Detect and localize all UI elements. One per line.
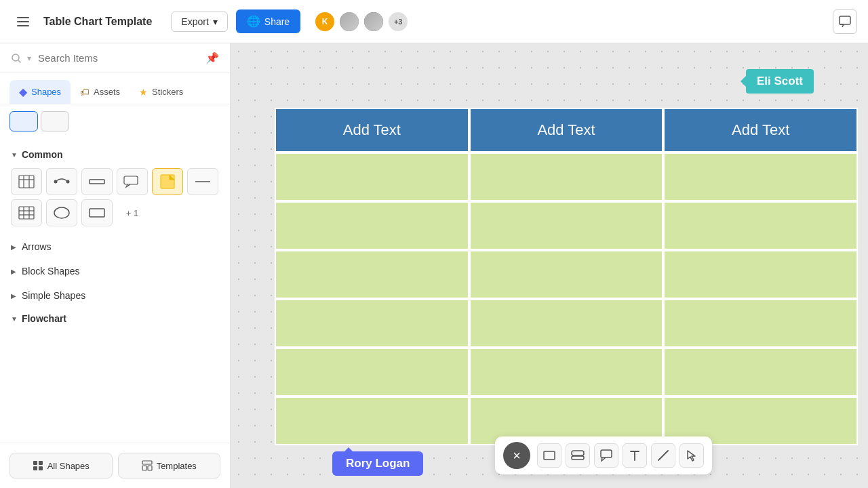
arrow-right-icon2: ▶ bbox=[11, 268, 16, 275]
shape-rectangle[interactable] bbox=[81, 199, 113, 226]
header-cell-3[interactable]: Add Text bbox=[663, 108, 858, 152]
document-title: Table Chart Template bbox=[43, 16, 152, 28]
tool-rectangle[interactable] bbox=[537, 443, 561, 468]
avatar-user2[interactable] bbox=[338, 11, 360, 33]
tab-stickers[interactable]: ★ Stickers bbox=[130, 80, 193, 104]
tool-rounded-rect[interactable] bbox=[566, 443, 590, 468]
tab-assets-label: Assets bbox=[94, 87, 120, 97]
all-shapes-label: All Shapes bbox=[47, 461, 90, 471]
cell-1-1[interactable] bbox=[275, 152, 469, 201]
export-button[interactable]: Export ▾ bbox=[171, 12, 227, 32]
section-common[interactable]: ▼ Common bbox=[0, 144, 230, 165]
shape-sticky-note[interactable] bbox=[152, 168, 183, 195]
cell-3-3[interactable] bbox=[663, 250, 858, 299]
table-body bbox=[275, 152, 858, 445]
svg-rect-3 bbox=[840, 16, 850, 24]
shape-connector[interactable] bbox=[46, 168, 77, 195]
header-cell-1[interactable]: Add Text bbox=[275, 108, 469, 152]
cell-4-1[interactable] bbox=[275, 299, 469, 348]
templates-button[interactable]: Templates bbox=[118, 453, 221, 479]
table-row-4 bbox=[275, 299, 858, 348]
tool-text[interactable] bbox=[623, 443, 647, 468]
common-shapes-grid: + 1 bbox=[0, 165, 230, 235]
tool-line[interactable] bbox=[651, 443, 675, 468]
svg-rect-29 bbox=[142, 461, 152, 464]
close-button[interactable]: × bbox=[503, 442, 530, 469]
panel-bottom: All Shapes Templates bbox=[0, 443, 230, 488]
shape-ellipse[interactable] bbox=[46, 199, 77, 226]
shape-table[interactable] bbox=[11, 168, 42, 195]
cell-2-2[interactable] bbox=[469, 201, 664, 250]
arrow-down-icon: ▼ bbox=[11, 151, 18, 159]
table-chart: Add Text Add Text Add Text bbox=[275, 108, 858, 445]
small-tab-1[interactable] bbox=[9, 111, 38, 131]
eli-scott-label: Eli Scott bbox=[757, 75, 803, 87]
svg-line-36 bbox=[658, 451, 668, 460]
table-row-1 bbox=[275, 152, 858, 201]
header-cell-2[interactable]: Add Text bbox=[469, 108, 664, 152]
cell-2-3[interactable] bbox=[663, 201, 858, 250]
templates-label: Templates bbox=[157, 461, 197, 471]
svg-rect-32 bbox=[544, 451, 555, 460]
svg-rect-24 bbox=[90, 209, 104, 217]
shape-horizontal-line[interactable] bbox=[81, 168, 113, 195]
section-simple-shapes[interactable]: ▶ Simple Shapes bbox=[0, 283, 230, 308]
svg-rect-33 bbox=[572, 451, 584, 455]
cell-1-3[interactable] bbox=[663, 152, 858, 201]
svg-rect-35 bbox=[601, 450, 612, 458]
svg-rect-28 bbox=[39, 466, 43, 470]
svg-rect-5 bbox=[19, 176, 34, 188]
avatar-user3[interactable] bbox=[363, 11, 384, 33]
cell-6-1[interactable] bbox=[275, 396, 469, 445]
tab-stickers-label: Stickers bbox=[152, 87, 183, 97]
section-common-label: Common bbox=[22, 149, 63, 160]
arrow-right-icon: ▶ bbox=[11, 243, 16, 251]
shape-callout[interactable] bbox=[117, 168, 148, 195]
bottom-toolbar: × bbox=[495, 436, 712, 474]
shape-table2[interactable] bbox=[11, 199, 42, 226]
cell-5-3[interactable] bbox=[663, 348, 858, 396]
topbar: Table Chart Template Export ▾ 🌐 Share K … bbox=[0, 0, 868, 43]
cell-5-1[interactable] bbox=[275, 348, 469, 396]
pin-icon[interactable]: 📌 bbox=[205, 52, 219, 64]
all-shapes-button[interactable]: All Shapes bbox=[9, 453, 113, 479]
section-flowchart[interactable]: ▼ Flowchart bbox=[0, 308, 230, 329]
search-input[interactable] bbox=[38, 52, 200, 64]
section-arrows[interactable]: ▶ Arrows bbox=[0, 235, 230, 259]
svg-rect-25 bbox=[33, 461, 37, 465]
search-bar: ▾ 📌 bbox=[0, 43, 230, 73]
table-row-5 bbox=[275, 348, 858, 396]
section-block-shapes[interactable]: ▶ Block Shapes bbox=[0, 259, 230, 283]
share-button[interactable]: 🌐 Share bbox=[236, 9, 300, 33]
comment-button[interactable] bbox=[833, 9, 857, 34]
cell-4-3[interactable] bbox=[663, 299, 858, 348]
avatar-k[interactable]: K bbox=[314, 11, 336, 33]
rory-logan-tooltip: Rory Logan bbox=[332, 451, 423, 476]
tool-pointer[interactable] bbox=[679, 443, 704, 468]
more-shapes-btn[interactable]: + 1 bbox=[117, 199, 148, 226]
cell-4-2[interactable] bbox=[469, 299, 664, 348]
main-area: ▾ 📌 ◆ Shapes 🏷 Assets ★ Stickers bbox=[0, 43, 868, 488]
shape-line[interactable] bbox=[187, 168, 218, 195]
grid-icon bbox=[33, 460, 43, 471]
svg-point-23 bbox=[54, 207, 69, 218]
tab-assets[interactable]: 🏷 Assets bbox=[71, 80, 130, 104]
eli-scott-tooltip: Eli Scott bbox=[746, 69, 814, 94]
menu-button[interactable] bbox=[11, 9, 35, 34]
cell-2-1[interactable] bbox=[275, 201, 469, 250]
svg-rect-15 bbox=[124, 176, 138, 184]
tab-shapes[interactable]: ◆ Shapes bbox=[9, 80, 71, 104]
svg-rect-26 bbox=[39, 461, 43, 465]
cell-5-2[interactable] bbox=[469, 348, 664, 396]
cell-3-1[interactable] bbox=[275, 250, 469, 299]
tab-shapes-label: Shapes bbox=[31, 87, 61, 97]
rory-logan-label: Rory Logan bbox=[346, 457, 410, 470]
cell-3-2[interactable] bbox=[469, 250, 664, 299]
tool-callout-shape[interactable] bbox=[594, 443, 618, 468]
export-label: Export bbox=[181, 16, 208, 27]
cell-1-2[interactable] bbox=[469, 152, 664, 201]
avatar-more[interactable]: +3 bbox=[387, 11, 409, 33]
canvas-area[interactable]: Add Text Add Text Add Text bbox=[231, 43, 868, 488]
assets-icon: 🏷 bbox=[80, 87, 90, 98]
small-tab-2[interactable] bbox=[41, 111, 69, 131]
